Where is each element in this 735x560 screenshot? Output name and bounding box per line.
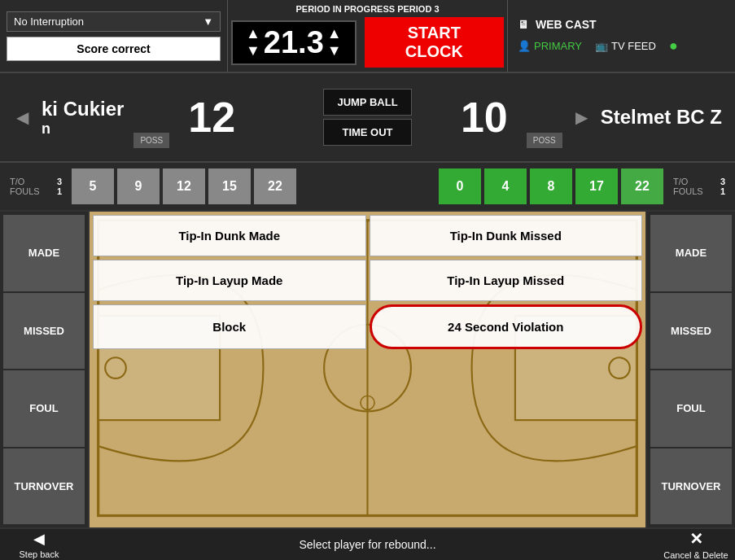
interruption-select[interactable]: No Interruption ▼	[7, 11, 221, 32]
select-player-text: Select player for rebound...	[78, 538, 657, 551]
right-player-4[interactable]: 4	[484, 168, 527, 204]
top-left-controls: No Interruption ▼ Score correct	[0, 0, 228, 72]
team-left-arrow[interactable]: ◀	[13, 104, 32, 130]
bottom-bar: ◀ Step back Select player for rebound...…	[0, 527, 735, 560]
right-to-label: T/O	[673, 177, 688, 186]
team-right-score: 10	[452, 93, 517, 142]
webcast-label: WEB CAST	[536, 18, 597, 31]
right-player-0[interactable]: 0	[439, 168, 481, 204]
center-court: Tip-In Dunk Made Tip-In Dunk Missed Tip-…	[90, 212, 645, 527]
monitor-icon: 🖥	[518, 18, 529, 31]
step-back-icon: ◀	[33, 530, 45, 548]
left-stats: T/O 3 FOULS 1	[3, 177, 68, 196]
right-sidebar: MADE MISSED FOUL TURNOVER	[645, 212, 735, 527]
right-stats: T/O 3 FOULS 1	[667, 177, 732, 196]
top-right-controls: 🖥 WEB CAST 👤 PRIMARY 📺 TV FEED ●	[507, 0, 735, 72]
interruption-label: No Interruption	[14, 15, 84, 28]
right-fouls-label: FOULS	[673, 186, 703, 196]
clock-dec-icon[interactable]: ▼	[327, 42, 342, 59]
score-row: ◀ ki Cukier n POSS 12 JUMP BALL TIME OUT…	[0, 73, 735, 163]
team-right-arrow[interactable]: ▶	[572, 104, 591, 130]
24-second-violation-button[interactable]: 24 Second Violation	[370, 304, 643, 349]
block-button[interactable]: Block	[93, 304, 366, 349]
tip-in-dunk-missed-button[interactable]: Tip-In Dunk Missed	[370, 215, 643, 256]
action-buttons-overlay: Tip-In Dunk Made Tip-In Dunk Missed Tip-…	[90, 212, 645, 352]
tip-in-layup-missed-button[interactable]: Tip-In Layup Missed	[370, 260, 643, 301]
tip-in-layup-made-button[interactable]: Tip-In Layup Made	[93, 260, 366, 301]
right-missed-button[interactable]: MISSED	[650, 293, 732, 370]
team-right: 10 POSS ▶ Stelmet BC Z	[418, 73, 735, 161]
right-foul-button[interactable]: FOUL	[650, 370, 732, 447]
time-out-button[interactable]: TIME OUT	[323, 119, 411, 146]
dropdown-arrow-icon: ▼	[203, 15, 213, 28]
team-left-subname: n	[42, 120, 124, 138]
start-clock-button[interactable]: START CLOCK	[365, 17, 504, 68]
right-turnover-button[interactable]: TURNOVER	[650, 448, 732, 525]
left-turnover-button[interactable]: TURNOVER	[3, 448, 85, 525]
right-player-17[interactable]: 17	[575, 168, 618, 204]
right-to-val: 3	[720, 177, 725, 186]
team-left: ◀ ki Cukier n POSS 12	[0, 73, 317, 161]
players-row: T/O 3 FOULS 1 5 9 12 15 22 0 4 8 17 22 T…	[0, 163, 735, 212]
team-right-poss-button[interactable]: POSS	[527, 133, 562, 148]
cancel-delete-label: Cancel & Delete	[663, 550, 728, 560]
left-player-9[interactable]: 9	[117, 168, 160, 204]
left-missed-button[interactable]: MISSED	[3, 293, 85, 370]
left-foul-button[interactable]: FOUL	[3, 370, 85, 447]
right-player-8[interactable]: 8	[530, 168, 572, 204]
person-icon: 👤	[518, 40, 531, 52]
left-to-label: T/O	[10, 177, 24, 186]
cancel-icon: ✕	[689, 529, 703, 549]
left-player-12[interactable]: 12	[163, 168, 205, 204]
team-left-poss-button[interactable]: POSS	[133, 133, 169, 148]
left-player-5[interactable]: 5	[72, 168, 114, 204]
top-bar: No Interruption ▼ Score correct PERIOD I…	[0, 0, 735, 73]
feed-row: 👤 PRIMARY 📺 TV FEED ●	[518, 37, 725, 55]
jump-ball-button[interactable]: JUMP BALL	[323, 89, 411, 116]
step-back-label: Step back	[20, 549, 59, 559]
team-left-score: 12	[179, 93, 244, 142]
left-to-val: 3	[57, 177, 62, 186]
clock-inc-icon[interactable]: ▲	[327, 25, 342, 42]
left-sidebar: MADE MISSED FOUL TURNOVER	[0, 212, 90, 527]
clock-center: PERIOD IN PROGRESS PERIOD 3 ▲ ▼ 21.3 ▲ ▼…	[228, 0, 507, 72]
webcast-row: 🖥 WEB CAST	[518, 18, 725, 31]
tv-icon: 📺	[595, 40, 608, 52]
center-game-buttons: JUMP BALL TIME OUT	[317, 73, 418, 161]
period-label: PERIOD IN PROGRESS PERIOD 3	[295, 4, 439, 14]
clock-up-icon[interactable]: ▲	[246, 25, 260, 42]
main-area: MADE MISSED FOUL TURNOVER	[0, 212, 735, 527]
tip-in-dunk-made-button[interactable]: Tip-In Dunk Made	[93, 215, 366, 256]
clock-display: ▲ ▼ 21.3 ▲ ▼	[231, 20, 357, 65]
tv-feed-label: TV FEED	[611, 40, 656, 52]
primary-label: PRIMARY	[534, 40, 582, 52]
period-value: PERIOD 3	[397, 4, 439, 14]
clock-time: 21.3	[264, 25, 324, 60]
step-back-button[interactable]: ◀ Step back	[7, 530, 72, 559]
left-player-15[interactable]: 15	[208, 168, 251, 204]
clock-down-icon[interactable]: ▼	[246, 42, 260, 59]
cancel-delete-button[interactable]: ✕ Cancel & Delete	[663, 529, 728, 560]
right-fouls-val: 1	[720, 186, 725, 196]
tv-feed[interactable]: 📺 TV FEED	[595, 40, 656, 52]
score-correct-button[interactable]: Score correct	[7, 37, 221, 61]
clock-right-arrows[interactable]: ▲ ▼	[327, 25, 342, 59]
primary-feed[interactable]: 👤 PRIMARY	[518, 40, 582, 52]
team-right-name: Stelmet BC Z	[601, 106, 722, 129]
left-player-22[interactable]: 22	[254, 168, 296, 204]
left-fouls-label: FOULS	[10, 186, 40, 196]
team-left-name: ki Cukier	[42, 98, 124, 120]
left-fouls-val: 1	[57, 186, 62, 196]
green-dot-icon: ●	[669, 37, 678, 55]
clock-row: ▲ ▼ 21.3 ▲ ▼ START CLOCK	[231, 17, 504, 68]
right-player-22[interactable]: 22	[621, 168, 663, 204]
clock-up-down[interactable]: ▲ ▼	[246, 25, 260, 59]
left-made-button[interactable]: MADE	[3, 215, 85, 291]
right-made-button[interactable]: MADE	[650, 215, 732, 291]
